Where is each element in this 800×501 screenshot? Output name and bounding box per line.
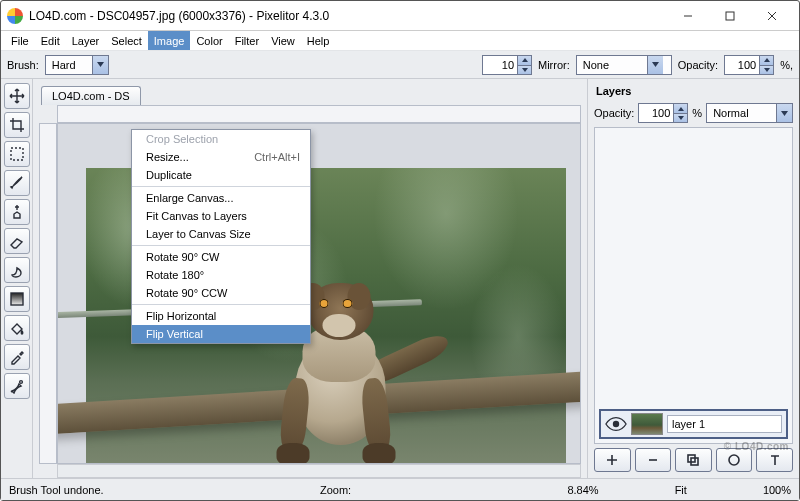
mirror-label: Mirror: [538, 59, 570, 71]
menu-select[interactable]: Select [105, 31, 148, 50]
delete-layer-button[interactable] [635, 448, 672, 472]
layer-item[interactable]: layer 1 [599, 409, 788, 439]
clone-tool[interactable] [4, 199, 30, 225]
spin-up-icon[interactable] [673, 104, 687, 113]
ruler-horizontal [57, 105, 581, 123]
menu-edit[interactable]: Edit [35, 31, 66, 50]
svg-point-4 [613, 421, 619, 427]
brush-tool[interactable] [4, 170, 30, 196]
chevron-down-icon [647, 56, 663, 74]
svg-rect-1 [11, 148, 23, 160]
menu-item[interactable]: Enlarge Canvas... [132, 189, 310, 207]
layers-title: Layers [594, 83, 793, 99]
crop-tool[interactable] [4, 112, 30, 138]
menu-item-label: Layer to Canvas Size [146, 228, 300, 240]
layer-thumbnail [631, 413, 663, 435]
brush-combo[interactable]: Hard [45, 55, 109, 75]
menu-filter[interactable]: Filter [229, 31, 265, 50]
menu-item-label: Flip Vertical [146, 328, 300, 340]
spin-down-icon[interactable] [759, 65, 773, 74]
tool-palette [1, 79, 33, 478]
menu-item[interactable]: Flip Vertical [132, 325, 310, 343]
mirror-combo[interactable]: None [576, 55, 672, 75]
menu-item-label: Flip Horizontal [146, 310, 300, 322]
menu-item-label: Rotate 90° CW [146, 251, 300, 263]
gradient-tool[interactable] [4, 286, 30, 312]
svg-point-7 [729, 455, 739, 465]
duplicate-layer-button[interactable] [675, 448, 712, 472]
zoom-value: 8.84% [567, 484, 598, 496]
menu-item: Crop Selection [132, 130, 310, 148]
layers-panel: Layers Opacity: % Normal [587, 79, 799, 478]
scrollbar-horizontal[interactable] [57, 464, 581, 478]
menu-image[interactable]: Image [148, 31, 191, 50]
menu-item-label: Rotate 90° CCW [146, 287, 300, 299]
smudge-tool[interactable] [4, 257, 30, 283]
layer-list[interactable]: layer 1 [594, 127, 793, 444]
pen-tool[interactable] [4, 373, 30, 399]
tool-options-bar: Brush: Hard Mirror: None Opacity: %, [1, 51, 799, 79]
document-tab[interactable]: LO4D.com - DS [41, 86, 141, 105]
menu-color[interactable]: Color [190, 31, 228, 50]
menu-item-label: Duplicate [146, 169, 300, 181]
maximize-button[interactable] [709, 2, 751, 30]
menubar: File Edit Layer Select Image Color Filte… [1, 31, 799, 51]
menu-item[interactable]: Fit Canvas to Layers [132, 207, 310, 225]
menu-item[interactable]: Flip Horizontal [132, 307, 310, 325]
blend-mode-value: Normal [707, 107, 776, 119]
document-tabs: LO4D.com - DS [33, 81, 587, 105]
zoom-label: Zoom: [320, 484, 351, 496]
ruler-vertical [39, 123, 57, 464]
spin-down-icon[interactable] [517, 65, 531, 74]
eyedropper-tool[interactable] [4, 344, 30, 370]
pct-label: % [692, 107, 702, 119]
brush-label: Brush: [7, 59, 39, 71]
svg-point-3 [20, 381, 23, 384]
menu-item[interactable]: Rotate 180° [132, 266, 310, 284]
menu-item-label: Rotate 180° [146, 269, 300, 281]
brush-value: Hard [46, 59, 92, 71]
spin-up-icon[interactable] [759, 56, 773, 65]
bucket-tool[interactable] [4, 315, 30, 341]
layer-opacity-row: Opacity: % Normal [594, 103, 793, 123]
app-window: LO4D.com - DSC04957.jpg (6000x3376) - Pi… [0, 0, 800, 501]
radius-input[interactable] [483, 56, 517, 74]
eye-icon[interactable] [605, 416, 627, 432]
selection-tool[interactable] [4, 141, 30, 167]
layer-opacity-input[interactable] [639, 104, 673, 122]
menu-file[interactable]: File [5, 31, 35, 50]
menu-help[interactable]: Help [301, 31, 336, 50]
blend-mode-combo[interactable]: Normal [706, 103, 793, 123]
eraser-tool[interactable] [4, 228, 30, 254]
add-layer-button[interactable] [594, 448, 631, 472]
spin-up-icon[interactable] [517, 56, 531, 65]
status-bar: Brush Tool undone. Zoom: 8.84% Fit 100% [1, 478, 799, 500]
menu-item[interactable]: Rotate 90° CCW [132, 284, 310, 302]
menu-item-label: Fit Canvas to Layers [146, 210, 300, 222]
menu-view[interactable]: View [265, 31, 301, 50]
layer-opacity-spinbox[interactable] [638, 103, 688, 123]
minimize-button[interactable] [667, 2, 709, 30]
spin-down-icon[interactable] [673, 113, 687, 122]
menu-item-label: Enlarge Canvas... [146, 192, 300, 204]
menu-item[interactable]: Layer to Canvas Size [132, 225, 310, 243]
adjustment-layer-button[interactable] [716, 448, 753, 472]
move-tool[interactable] [4, 83, 30, 109]
opacity-label: Opacity: [678, 59, 718, 71]
opacity-suffix: %, [780, 59, 793, 71]
menu-item[interactable]: Resize...Ctrl+Alt+I [132, 148, 310, 166]
menu-item[interactable]: Duplicate [132, 166, 310, 184]
titlebar: LO4D.com - DSC04957.jpg (6000x3376) - Pi… [1, 1, 799, 31]
radius-spinbox[interactable] [482, 55, 532, 75]
menu-item[interactable]: Rotate 90° CW [132, 248, 310, 266]
fit-label: Fit [675, 484, 687, 496]
layer-name[interactable]: layer 1 [667, 415, 782, 433]
close-button[interactable] [751, 2, 793, 30]
text-layer-button[interactable] [756, 448, 793, 472]
opacity-input[interactable] [725, 56, 759, 74]
opacity-spinbox[interactable] [724, 55, 774, 75]
svg-rect-0 [726, 12, 734, 20]
menu-layer[interactable]: Layer [66, 31, 106, 50]
window-title: LO4D.com - DSC04957.jpg (6000x3376) - Pi… [29, 9, 667, 23]
chevron-down-icon [776, 104, 792, 122]
